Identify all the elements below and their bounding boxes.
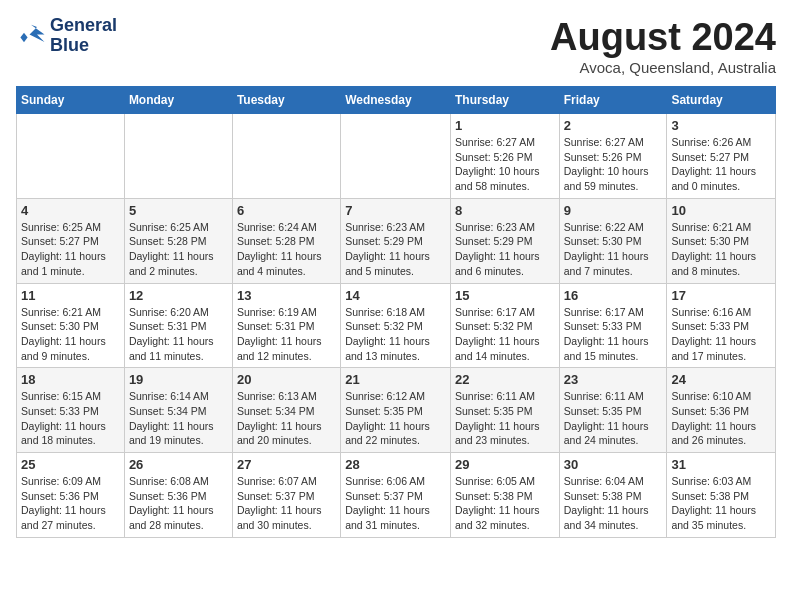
calendar-cell: 13Sunrise: 6:19 AMSunset: 5:31 PMDayligh…: [232, 283, 340, 368]
cell-info: Daylight: 11 hours and 15 minutes.: [564, 334, 663, 363]
cell-info: Daylight: 11 hours and 9 minutes.: [21, 334, 120, 363]
svg-text:⬧: ⬧: [18, 24, 30, 46]
day-number: 28: [345, 457, 446, 472]
calendar-cell: [341, 114, 451, 199]
day-number: 30: [564, 457, 663, 472]
cell-info: Sunrise: 6:07 AM: [237, 474, 336, 489]
cell-info: Daylight: 11 hours and 32 minutes.: [455, 503, 555, 532]
cell-info: Sunset: 5:33 PM: [671, 319, 771, 334]
cell-info: Daylight: 11 hours and 31 minutes.: [345, 503, 446, 532]
calendar-cell: 28Sunrise: 6:06 AMSunset: 5:37 PMDayligh…: [341, 453, 451, 538]
cell-info: Daylight: 11 hours and 22 minutes.: [345, 419, 446, 448]
day-number: 1: [455, 118, 555, 133]
logo-icon: ⬧: [16, 21, 46, 51]
cell-info: Sunset: 5:38 PM: [671, 489, 771, 504]
cell-info: Sunset: 5:28 PM: [237, 234, 336, 249]
week-row-1: 1Sunrise: 6:27 AMSunset: 5:26 PMDaylight…: [17, 114, 776, 199]
cell-info: Sunset: 5:36 PM: [671, 404, 771, 419]
svg-marker-1: [30, 25, 45, 42]
weekday-header-saturday: Saturday: [667, 87, 776, 114]
cell-info: Daylight: 11 hours and 20 minutes.: [237, 419, 336, 448]
weekday-header-sunday: Sunday: [17, 87, 125, 114]
calendar-cell: 21Sunrise: 6:12 AMSunset: 5:35 PMDayligh…: [341, 368, 451, 453]
calendar-cell: 9Sunrise: 6:22 AMSunset: 5:30 PMDaylight…: [559, 198, 667, 283]
calendar-cell: 2Sunrise: 6:27 AMSunset: 5:26 PMDaylight…: [559, 114, 667, 199]
day-number: 23: [564, 372, 663, 387]
cell-info: Sunset: 5:36 PM: [21, 489, 120, 504]
cell-info: Daylight: 11 hours and 7 minutes.: [564, 249, 663, 278]
day-number: 7: [345, 203, 446, 218]
cell-info: Daylight: 11 hours and 11 minutes.: [129, 334, 228, 363]
cell-info: Daylight: 11 hours and 34 minutes.: [564, 503, 663, 532]
cell-info: Sunrise: 6:21 AM: [671, 220, 771, 235]
day-number: 5: [129, 203, 228, 218]
calendar-cell: 4Sunrise: 6:25 AMSunset: 5:27 PMDaylight…: [17, 198, 125, 283]
cell-info: Sunset: 5:35 PM: [345, 404, 446, 419]
cell-info: Sunrise: 6:17 AM: [564, 305, 663, 320]
cell-info: Daylight: 11 hours and 30 minutes.: [237, 503, 336, 532]
day-number: 19: [129, 372, 228, 387]
cell-info: Sunrise: 6:27 AM: [455, 135, 555, 150]
calendar-cell: 10Sunrise: 6:21 AMSunset: 5:30 PMDayligh…: [667, 198, 776, 283]
cell-info: Sunset: 5:30 PM: [564, 234, 663, 249]
calendar-cell: 12Sunrise: 6:20 AMSunset: 5:31 PMDayligh…: [124, 283, 232, 368]
logo: ⬧ General Blue: [16, 16, 117, 56]
day-number: 20: [237, 372, 336, 387]
day-number: 15: [455, 288, 555, 303]
calendar-cell: 1Sunrise: 6:27 AMSunset: 5:26 PMDaylight…: [450, 114, 559, 199]
cell-info: Sunset: 5:29 PM: [345, 234, 446, 249]
calendar-cell: 31Sunrise: 6:03 AMSunset: 5:38 PMDayligh…: [667, 453, 776, 538]
cell-info: Daylight: 11 hours and 6 minutes.: [455, 249, 555, 278]
week-row-5: 25Sunrise: 6:09 AMSunset: 5:36 PMDayligh…: [17, 453, 776, 538]
cell-info: Sunrise: 6:24 AM: [237, 220, 336, 235]
calendar-cell: [232, 114, 340, 199]
cell-info: Sunset: 5:38 PM: [455, 489, 555, 504]
cell-info: Sunrise: 6:11 AM: [564, 389, 663, 404]
cell-info: Daylight: 10 hours and 59 minutes.: [564, 164, 663, 193]
calendar-cell: 25Sunrise: 6:09 AMSunset: 5:36 PMDayligh…: [17, 453, 125, 538]
calendar-cell: 5Sunrise: 6:25 AMSunset: 5:28 PMDaylight…: [124, 198, 232, 283]
day-number: 26: [129, 457, 228, 472]
calendar-cell: [17, 114, 125, 199]
cell-info: Sunset: 5:27 PM: [21, 234, 120, 249]
cell-info: Sunrise: 6:08 AM: [129, 474, 228, 489]
cell-info: Sunrise: 6:26 AM: [671, 135, 771, 150]
cell-info: Sunrise: 6:06 AM: [345, 474, 446, 489]
cell-info: Daylight: 11 hours and 26 minutes.: [671, 419, 771, 448]
cell-info: Sunrise: 6:18 AM: [345, 305, 446, 320]
calendar-cell: 7Sunrise: 6:23 AMSunset: 5:29 PMDaylight…: [341, 198, 451, 283]
cell-info: Daylight: 11 hours and 24 minutes.: [564, 419, 663, 448]
cell-info: Sunset: 5:26 PM: [564, 150, 663, 165]
day-number: 14: [345, 288, 446, 303]
calendar-cell: 16Sunrise: 6:17 AMSunset: 5:33 PMDayligh…: [559, 283, 667, 368]
title-block: August 2024 Avoca, Queensland, Australia: [550, 16, 776, 76]
weekday-header-wednesday: Wednesday: [341, 87, 451, 114]
day-number: 2: [564, 118, 663, 133]
day-number: 12: [129, 288, 228, 303]
calendar-cell: 14Sunrise: 6:18 AMSunset: 5:32 PMDayligh…: [341, 283, 451, 368]
cell-info: Sunrise: 6:11 AM: [455, 389, 555, 404]
week-row-2: 4Sunrise: 6:25 AMSunset: 5:27 PMDaylight…: [17, 198, 776, 283]
cell-info: Sunrise: 6:03 AM: [671, 474, 771, 489]
calendar-cell: 15Sunrise: 6:17 AMSunset: 5:32 PMDayligh…: [450, 283, 559, 368]
day-number: 3: [671, 118, 771, 133]
location-subtitle: Avoca, Queensland, Australia: [550, 59, 776, 76]
day-number: 6: [237, 203, 336, 218]
cell-info: Sunset: 5:31 PM: [129, 319, 228, 334]
day-number: 22: [455, 372, 555, 387]
logo-line1: General: [50, 16, 117, 36]
cell-info: Sunset: 5:30 PM: [21, 319, 120, 334]
cell-info: Sunrise: 6:16 AM: [671, 305, 771, 320]
day-number: 11: [21, 288, 120, 303]
cell-info: Daylight: 10 hours and 58 minutes.: [455, 164, 555, 193]
cell-info: Daylight: 11 hours and 14 minutes.: [455, 334, 555, 363]
cell-info: Sunset: 5:28 PM: [129, 234, 228, 249]
cell-info: Sunset: 5:32 PM: [455, 319, 555, 334]
day-number: 18: [21, 372, 120, 387]
calendar-cell: 22Sunrise: 6:11 AMSunset: 5:35 PMDayligh…: [450, 368, 559, 453]
day-number: 10: [671, 203, 771, 218]
day-number: 13: [237, 288, 336, 303]
day-number: 31: [671, 457, 771, 472]
day-number: 25: [21, 457, 120, 472]
cell-info: Sunrise: 6:20 AM: [129, 305, 228, 320]
